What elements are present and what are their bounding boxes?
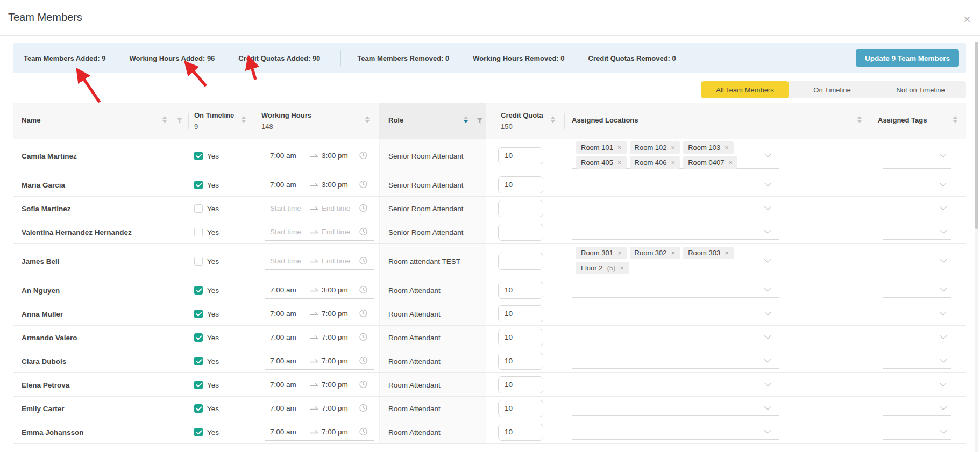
on-timeline-checkbox[interactable] xyxy=(194,257,203,266)
clock-icon[interactable] xyxy=(359,228,367,236)
remove-tag-icon[interactable]: × xyxy=(617,249,622,256)
assigned-tags-select[interactable] xyxy=(883,400,951,416)
on-timeline-checkbox[interactable] xyxy=(194,428,203,436)
credit-quota-input[interactable]: 10 xyxy=(498,305,543,322)
clock-icon[interactable] xyxy=(359,428,367,436)
clock-icon[interactable] xyxy=(359,404,367,412)
assigned-locations-select[interactable]: Room 301×Room 302×Room 303×Floor 2(5)× xyxy=(572,248,779,274)
end-time-field[interactable]: 7:00 pm xyxy=(322,404,355,412)
clock-icon[interactable] xyxy=(359,310,367,318)
start-time-field[interactable]: 7:00 am xyxy=(270,428,310,436)
start-time-field[interactable]: 7:00 am xyxy=(270,381,310,389)
on-timeline-checkbox[interactable] xyxy=(194,381,203,389)
working-hours-range[interactable]: 7:00 am 7:00 pm xyxy=(265,305,374,322)
assigned-locations-select[interactable] xyxy=(572,424,779,440)
remove-tag-icon[interactable]: × xyxy=(725,249,729,256)
on-timeline-checkbox[interactable] xyxy=(194,286,203,295)
working-hours-range[interactable]: Start time End time xyxy=(265,224,374,241)
assigned-locations-select[interactable] xyxy=(572,177,779,192)
assigned-locations-select[interactable] xyxy=(572,200,779,216)
assigned-locations-select[interactable] xyxy=(572,282,779,298)
end-time-field[interactable]: End time xyxy=(322,228,355,236)
start-time-field[interactable]: 7:00 am xyxy=(270,404,310,412)
tab-not-on-timeline[interactable]: Not on Timeline xyxy=(875,81,966,98)
credit-quota-input[interactable]: 10 xyxy=(498,400,543,417)
assigned-tags-select[interactable] xyxy=(883,248,951,274)
start-time-field[interactable]: 7:00 am xyxy=(270,286,310,294)
credit-quota-input[interactable] xyxy=(498,200,543,217)
assigned-locations-select[interactable] xyxy=(572,224,779,240)
remove-tag-icon[interactable]: × xyxy=(671,159,676,166)
on-timeline-checkbox[interactable] xyxy=(194,228,203,236)
assigned-tags-select[interactable] xyxy=(883,424,951,440)
credit-quota-input[interactable]: 10 xyxy=(498,176,543,193)
filter-icon[interactable] xyxy=(176,118,183,124)
start-time-field[interactable]: 7:00 am xyxy=(270,310,310,318)
clock-icon[interactable] xyxy=(359,181,367,189)
working-hours-range[interactable]: 7:00 am 7:00 pm xyxy=(265,400,374,417)
assigned-tags-select[interactable] xyxy=(883,200,951,216)
assigned-locations-select[interactable] xyxy=(572,400,779,416)
clock-icon[interactable] xyxy=(359,152,367,160)
assigned-locations-select[interactable] xyxy=(572,329,779,345)
start-time-field[interactable]: Start time xyxy=(270,228,310,236)
end-time-field[interactable]: End time xyxy=(322,204,355,212)
start-time-field[interactable]: 7:00 am xyxy=(270,181,310,189)
remove-tag-icon[interactable]: × xyxy=(728,159,733,166)
start-time-field[interactable]: Start time xyxy=(270,204,310,212)
credit-quota-input[interactable] xyxy=(498,224,543,241)
on-timeline-checkbox[interactable] xyxy=(194,404,203,413)
assigned-tags-select[interactable] xyxy=(883,377,951,392)
clock-icon[interactable] xyxy=(359,357,367,365)
tab-on-timeline[interactable]: On Timeline xyxy=(789,81,875,98)
assigned-tags-select[interactable] xyxy=(883,329,951,345)
sort-icon[interactable] xyxy=(953,116,957,123)
working-hours-range[interactable]: 7:00 am 3:00 pm xyxy=(265,282,374,299)
working-hours-range[interactable]: Start time End time xyxy=(265,200,374,217)
assigned-tags-select[interactable] xyxy=(883,142,951,169)
remove-tag-icon[interactable]: × xyxy=(617,144,622,151)
assigned-tags-select[interactable] xyxy=(883,306,951,321)
working-hours-range[interactable]: 7:00 am 3:00 pm xyxy=(265,176,374,193)
clock-icon[interactable] xyxy=(359,257,367,265)
start-time-field[interactable]: 7:00 am xyxy=(270,152,310,160)
assigned-locations-select[interactable] xyxy=(572,353,779,369)
start-time-field[interactable]: 7:00 am xyxy=(270,333,310,341)
remove-tag-icon[interactable]: × xyxy=(671,144,676,151)
update-team-members-button[interactable]: Update 9 Team Members xyxy=(856,49,959,67)
clock-icon[interactable] xyxy=(359,333,367,341)
sort-icon[interactable] xyxy=(551,116,555,123)
working-hours-range[interactable]: Start time End time xyxy=(265,253,374,270)
assigned-tags-select[interactable] xyxy=(883,353,951,369)
clock-icon[interactable] xyxy=(359,381,367,389)
tab-all-team-members[interactable]: All Team Members xyxy=(701,81,789,98)
credit-quota-input[interactable]: 10 xyxy=(498,329,543,346)
on-timeline-checkbox[interactable] xyxy=(194,333,203,342)
clock-icon[interactable] xyxy=(359,286,367,294)
sort-icon[interactable] xyxy=(242,116,246,123)
sort-icon[interactable] xyxy=(365,116,370,123)
remove-tag-icon[interactable]: × xyxy=(671,249,676,256)
working-hours-range[interactable]: 7:00 am 7:00 pm xyxy=(265,424,374,441)
working-hours-range[interactable]: 7:00 am 7:00 pm xyxy=(265,329,374,346)
credit-quota-input[interactable] xyxy=(498,253,543,270)
working-hours-range[interactable]: 7:00 am 7:00 pm xyxy=(265,376,374,393)
working-hours-range[interactable]: 7:00 am 7:00 pm xyxy=(265,353,374,370)
assigned-locations-select[interactable]: Room 101×Room 102×Room 103×Room 405×Room… xyxy=(572,142,779,169)
remove-tag-icon[interactable]: × xyxy=(725,144,729,151)
credit-quota-input[interactable]: 10 xyxy=(498,282,543,299)
clock-icon[interactable] xyxy=(359,204,367,212)
sort-icon[interactable] xyxy=(464,116,468,123)
credit-quota-input[interactable]: 10 xyxy=(498,376,543,393)
on-timeline-checkbox[interactable] xyxy=(194,152,203,160)
start-time-field[interactable]: 7:00 am xyxy=(270,357,310,365)
end-time-field[interactable]: End time xyxy=(322,257,355,265)
working-hours-range[interactable]: 7:00 am 3:00 pm xyxy=(265,147,374,164)
end-time-field[interactable]: 3:00 pm xyxy=(322,181,355,189)
assigned-locations-select[interactable] xyxy=(572,306,779,321)
assigned-tags-select[interactable] xyxy=(883,177,951,192)
end-time-field[interactable]: 3:00 pm xyxy=(322,152,355,160)
on-timeline-checkbox[interactable] xyxy=(194,204,203,213)
remove-tag-icon[interactable]: × xyxy=(620,264,624,271)
on-timeline-checkbox[interactable] xyxy=(194,310,203,318)
